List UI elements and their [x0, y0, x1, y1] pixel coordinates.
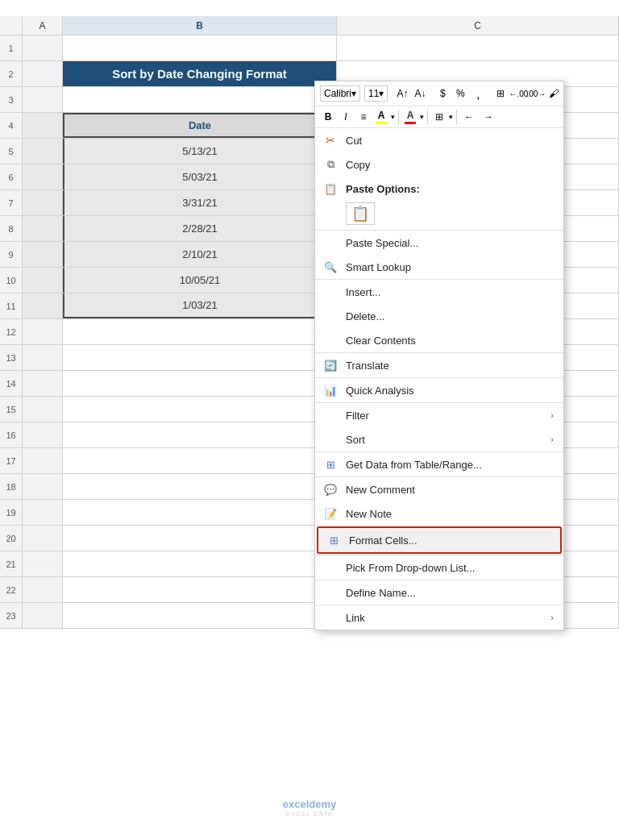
menu-item-copy[interactable]: ⧉ Copy: [315, 152, 563, 177]
col-header-a[interactable]: A: [23, 16, 63, 35]
pick-dropdown-label: Pick From Drop-down List...: [346, 562, 554, 574]
menu-item-sort[interactable]: Sort ›: [315, 427, 563, 451]
cell-11-a[interactable]: [23, 293, 63, 318]
menu-item-get-data[interactable]: ⊞ Get Data from Table/Range...: [315, 451, 563, 476]
cell-2-a[interactable]: [23, 61, 63, 86]
menu-item-new-comment[interactable]: 💬 New Comment: [315, 476, 563, 501]
cell-7-a[interactable]: [23, 190, 63, 215]
cell-12-b[interactable]: [63, 319, 337, 344]
cell-22-b[interactable]: [63, 577, 337, 602]
cell-4-a[interactable]: [23, 113, 63, 138]
percent-button[interactable]: %: [452, 85, 468, 102]
col-header-b[interactable]: B: [63, 16, 337, 35]
menu-item-paste-options[interactable]: 📋 Paste Options:: [315, 177, 563, 201]
menu-item-cut[interactable]: ✂ Cut: [315, 128, 563, 152]
cell-16-b[interactable]: [63, 422, 337, 447]
menu-item-link[interactable]: Link ›: [315, 605, 563, 630]
font-color-button[interactable]: A: [402, 109, 418, 125]
cell-5-a[interactable]: [23, 139, 63, 164]
menu-item-smart-lookup[interactable]: 🔍 Smart Lookup: [315, 255, 563, 279]
row-number-5: 5: [0, 139, 23, 164]
cell-1-c[interactable]: [337, 35, 619, 60]
cell-15-b[interactable]: [63, 397, 337, 422]
menu-item-clear-contents[interactable]: Clear Contents: [315, 328, 563, 352]
borders-button[interactable]: ⊞: [492, 85, 509, 102]
dollar-button[interactable]: $: [434, 85, 451, 102]
cell-21-a[interactable]: [23, 551, 63, 576]
cell-8-b[interactable]: 2/28/21: [63, 216, 337, 241]
cell-20-a[interactable]: [23, 526, 63, 551]
row-number-20: 20: [0, 526, 23, 551]
menu-item-define-name[interactable]: Define Name...: [315, 580, 563, 605]
copy-icon: ⧉: [323, 157, 338, 172]
arrow-left-button[interactable]: ←: [460, 108, 478, 126]
cell-15-a[interactable]: [23, 397, 63, 422]
cell-17-a[interactable]: [23, 448, 63, 473]
cell-1-b[interactable]: [63, 35, 337, 60]
cell-23-b[interactable]: [63, 603, 337, 628]
col-header-c[interactable]: C: [337, 16, 619, 35]
cell-23-a[interactable]: [23, 603, 63, 628]
align-button[interactable]: ≡: [355, 108, 372, 126]
row-number-1: 1: [0, 35, 23, 60]
cell-17-b[interactable]: [63, 448, 337, 473]
cell-18-a[interactable]: [23, 474, 63, 499]
cell-13-b[interactable]: [63, 345, 337, 370]
cell-14-a[interactable]: [23, 371, 63, 396]
cell-3-a[interactable]: [23, 87, 63, 112]
cell-11-b[interactable]: 1/03/21: [63, 293, 337, 318]
cell-12-a[interactable]: [23, 319, 63, 344]
menu-item-filter[interactable]: Filter ›: [315, 402, 563, 427]
cell-22-a[interactable]: [23, 577, 63, 602]
menu-item-translate[interactable]: 🔄 Translate: [315, 352, 563, 377]
cell-9-b[interactable]: 2/10/21: [63, 242, 337, 267]
increase-font-button[interactable]: A↑: [394, 85, 410, 102]
decrease-decimal-button[interactable]: ←.00: [510, 85, 526, 102]
watermark: exceldemy EXCEL DATA: [283, 798, 337, 817]
cell-3-b[interactable]: [63, 87, 337, 112]
menu-item-pick-dropdown[interactable]: Pick From Drop-down List...: [315, 555, 563, 580]
paste-icon-row[interactable]: 📋: [315, 201, 563, 230]
cell-4-b[interactable]: Date: [63, 113, 337, 138]
menu-item-new-note[interactable]: 📝 New Note: [315, 501, 563, 526]
menu-item-format-cells[interactable]: ⊞ Format Cells...: [317, 526, 562, 554]
paint-format-button[interactable]: 🖌: [546, 85, 562, 102]
paste-default-icon[interactable]: 📋: [346, 202, 375, 225]
comma-button[interactable]: ,: [470, 85, 486, 102]
cell-19-a[interactable]: [23, 500, 63, 525]
cell-1-a[interactable]: [23, 35, 63, 60]
cell-10-b[interactable]: 10/05/21: [63, 268, 337, 293]
cell-7-b[interactable]: 3/31/21: [63, 190, 337, 215]
increase-decimal-button[interactable]: .00→: [528, 85, 544, 102]
cell-18-b[interactable]: [63, 474, 337, 499]
cell-13-a[interactable]: [23, 345, 63, 370]
cell-2-b[interactable]: Sort by Date Changing Format: [63, 61, 337, 86]
menu-item-insert[interactable]: Insert...: [315, 279, 563, 304]
font-size-selector[interactable]: 11 ▾: [364, 85, 388, 102]
highlight-color-button[interactable]: A: [373, 109, 389, 125]
cell-20-b[interactable]: [63, 526, 337, 551]
clear-contents-icon: [323, 333, 338, 347]
cell-5-b[interactable]: 5/13/21: [63, 139, 337, 164]
cell-10-a[interactable]: [23, 268, 63, 293]
cell-6-b[interactable]: 5/03/21: [63, 164, 337, 189]
decrease-font-button[interactable]: A↓: [412, 85, 428, 102]
cell-21-b[interactable]: [63, 551, 337, 576]
cell-border-button[interactable]: ⊞: [431, 108, 447, 126]
cell-19-b[interactable]: [63, 500, 337, 525]
menu-item-quick-analysis[interactable]: 📊 Quick Analysis: [315, 377, 563, 402]
menu-item-delete[interactable]: Delete...: [315, 304, 563, 328]
font-name-selector[interactable]: Calibri ▾: [320, 85, 360, 102]
menu-item-paste-special[interactable]: Paste Special...: [315, 230, 563, 255]
mini-toolbar-row1: Calibri ▾ 11 ▾ A↑ A↓ $ % , ⊞ ←.00 .00→ 🖌: [315, 81, 563, 106]
bold-button[interactable]: B: [320, 108, 336, 126]
cell-14-b[interactable]: [63, 371, 337, 396]
cell-9-a[interactable]: [23, 242, 63, 267]
cell-8-a[interactable]: [23, 216, 63, 241]
row-number-9: 9: [0, 242, 23, 267]
sheet-row-1: 1: [0, 35, 619, 61]
arrow-right-button[interactable]: →: [480, 108, 497, 126]
cell-16-a[interactable]: [23, 422, 63, 447]
cell-6-a[interactable]: [23, 164, 63, 189]
italic-button[interactable]: I: [338, 108, 354, 126]
